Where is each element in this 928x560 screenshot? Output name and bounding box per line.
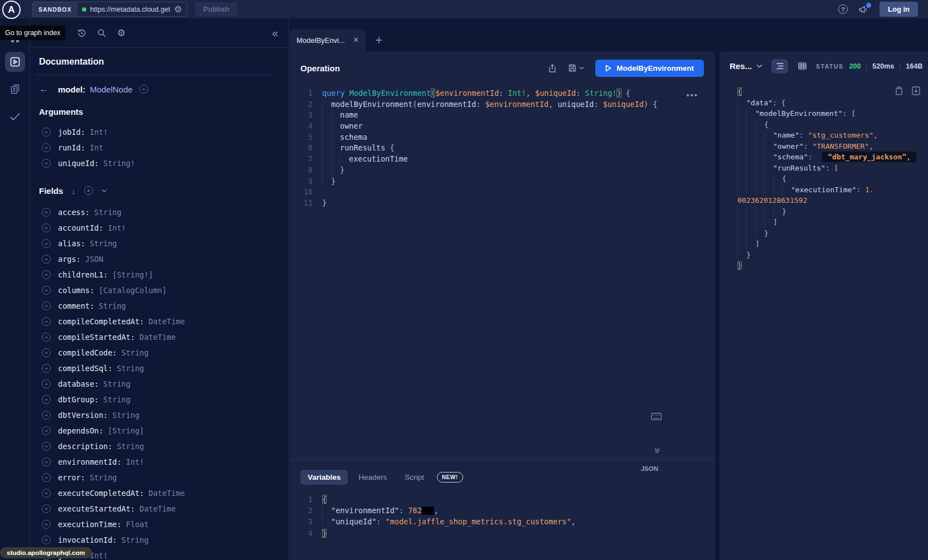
field-signature[interactable]: database: String (58, 379, 130, 388)
tab-script[interactable]: Script (397, 470, 431, 485)
close-tab-icon[interactable]: × (353, 36, 358, 45)
field-row: +access: String (36, 204, 274, 220)
field-signature[interactable]: executeStartedAt: DateTime (58, 504, 176, 513)
field-signature[interactable]: columns: [CatalogColumn] (58, 286, 167, 295)
add-field-to-query-icon[interactable]: + (42, 442, 51, 451)
back-arrow-icon[interactable]: ← (39, 84, 51, 95)
help-icon[interactable]: ? (838, 4, 848, 14)
endpoint-url-field[interactable]: https://metadata.cloud.get ⚙ (77, 2, 187, 16)
add-field-to-query-icon[interactable]: + (42, 520, 51, 529)
announcements-megaphone-icon[interactable] (858, 5, 869, 14)
tab-headers[interactable]: Headers (351, 470, 394, 485)
field-signature[interactable]: invocationId: String (58, 535, 149, 544)
connection-settings-gear-icon[interactable]: ⚙ (174, 4, 182, 14)
graph-address-group: SANDBOX https://metadata.cloud.get ⚙ (32, 2, 187, 17)
field-signature[interactable]: compiledCode: String (58, 348, 149, 357)
add-field-to-query-icon[interactable]: + (42, 223, 51, 232)
collapse-sidebar-icon[interactable]: « (272, 27, 278, 38)
line-number: 4 (289, 121, 313, 132)
add-field-to-query-icon[interactable]: + (42, 489, 51, 498)
add-field-to-query-icon[interactable]: + (42, 317, 51, 326)
explorer-nav-icon[interactable] (5, 52, 25, 72)
table-view-toggle-icon[interactable] (794, 59, 810, 74)
add-field-to-query-icon[interactable]: + (42, 255, 51, 264)
field-signature[interactable]: args: JSON (58, 255, 103, 264)
search-icon[interactable] (97, 28, 106, 38)
add-field-to-query-icon[interactable]: + (42, 333, 51, 342)
field-signature[interactable]: compileStartedAt: DateTime (58, 333, 176, 342)
type-name-link[interactable]: ModelNode (90, 85, 133, 94)
operation-menu-ellipsis-icon[interactable]: ••• (686, 90, 698, 100)
add-field-to-query-icon[interactable]: + (42, 301, 51, 310)
copy-response-icon[interactable] (895, 86, 903, 95)
field-signature[interactable]: childrenL1: [String!] (58, 270, 153, 279)
add-field-to-query-icon[interactable]: + (42, 286, 51, 295)
apollo-logo[interactable]: A (2, 1, 21, 19)
add-field-to-query-icon[interactable]: + (42, 379, 51, 388)
field-signature[interactable]: executionTime: Float (58, 520, 149, 529)
add-field-to-query-icon[interactable]: + (42, 504, 51, 513)
response-panel: Res... STATUS 200 (720, 51, 928, 560)
field-signature[interactable]: dbtGroup: String (58, 395, 130, 404)
checks-nav-icon[interactable] (5, 106, 25, 126)
response-dropdown-chevron-icon[interactable] (756, 64, 762, 69)
field-signature[interactable]: compiledSql: String (58, 364, 144, 373)
top-bar-right: ? Log in (838, 2, 928, 17)
new-tab-icon[interactable]: + (375, 34, 382, 47)
field-signature[interactable]: accountId: Int! (58, 223, 126, 232)
fields-options-chevron-icon[interactable] (101, 189, 107, 193)
add-type-icon[interactable]: + (139, 85, 148, 94)
add-field-to-query-icon[interactable]: + (42, 426, 51, 435)
add-field-to-query-icon[interactable]: + (42, 457, 51, 466)
code-line: 7executionTime (289, 154, 715, 165)
explorer-settings-gear-icon[interactable]: ⚙ (117, 27, 125, 39)
variables-editor[interactable]: 1{2"environmentId": 782,3"uniqueId": "mo… (289, 494, 715, 539)
download-response-icon[interactable] (912, 86, 920, 95)
field-signature[interactable]: dependsOn: [String] (58, 426, 144, 435)
field-signature[interactable]: comment: String (58, 301, 126, 310)
code-line: "name": "stg_customers", (737, 130, 925, 141)
sort-fields-icon[interactable]: ↓ (71, 186, 76, 196)
tree-view-toggle-icon[interactable] (771, 59, 788, 74)
field-signature[interactable]: jobId: Int! (58, 128, 108, 137)
run-operation-button[interactable]: ModelByEnvironment (595, 60, 704, 77)
add-field-to-query-icon[interactable]: + (42, 535, 51, 544)
add-field-to-query-icon[interactable]: + (42, 208, 51, 217)
schema-nav-icon[interactable] (5, 79, 25, 99)
history-icon[interactable] (77, 28, 86, 38)
collapse-variables-chevron-icon[interactable] (654, 447, 660, 454)
arguments-section-title: Arguments (36, 105, 274, 118)
field-signature[interactable]: description: String (58, 442, 144, 451)
share-operation-icon[interactable] (548, 64, 557, 73)
operation-editor[interactable]: ••• 1query ModelByEnvironment($environme… (289, 85, 715, 459)
main-area: ModelByEnvi... × + Operation (289, 18, 928, 560)
add-field-to-query-icon[interactable]: + (42, 270, 51, 279)
field-signature[interactable]: uniqueId: String! (58, 159, 135, 168)
add-field-to-query-icon[interactable]: + (42, 143, 51, 152)
save-operation-icon[interactable] (568, 64, 584, 72)
operation-tab[interactable]: ModelByEnvi... × (289, 29, 366, 51)
field-signature[interactable]: runId: Int (58, 143, 103, 152)
add-field-to-query-icon[interactable]: + (42, 159, 51, 168)
login-button[interactable]: Log in (880, 2, 918, 17)
field-signature[interactable]: executeCompletedAt: DateTime (58, 489, 185, 498)
keyboard-shortcuts-icon[interactable] (651, 413, 662, 420)
add-field-to-query-icon[interactable]: + (42, 395, 51, 404)
field-signature[interactable]: dbtVersion: String (58, 411, 139, 420)
field-signature[interactable]: environmentId: Int! (58, 457, 144, 466)
endpoint-url[interactable]: https://metadata.cloud.get (90, 6, 171, 13)
tab-variables[interactable]: Variables (300, 470, 348, 485)
add-field-to-query-icon[interactable]: + (42, 364, 51, 373)
field-signature[interactable]: error: String (58, 473, 117, 482)
add-field-to-query-icon[interactable]: + (42, 239, 51, 248)
field-signature[interactable]: access: String (58, 208, 122, 217)
add-field-to-query-icon[interactable]: + (42, 411, 51, 420)
add-field-to-query-icon[interactable]: + (42, 348, 51, 357)
add-field-to-query-icon[interactable]: + (42, 473, 51, 482)
field-signature[interactable]: alias: String (58, 239, 117, 248)
add-all-fields-icon[interactable]: + (84, 186, 93, 195)
add-field-to-query-icon[interactable]: + (42, 128, 51, 137)
publish-button[interactable]: Publish (195, 2, 238, 16)
field-signature[interactable]: compileCompletedAt: DateTime (58, 317, 185, 326)
response-dropdown-label[interactable]: Res... (730, 61, 752, 71)
